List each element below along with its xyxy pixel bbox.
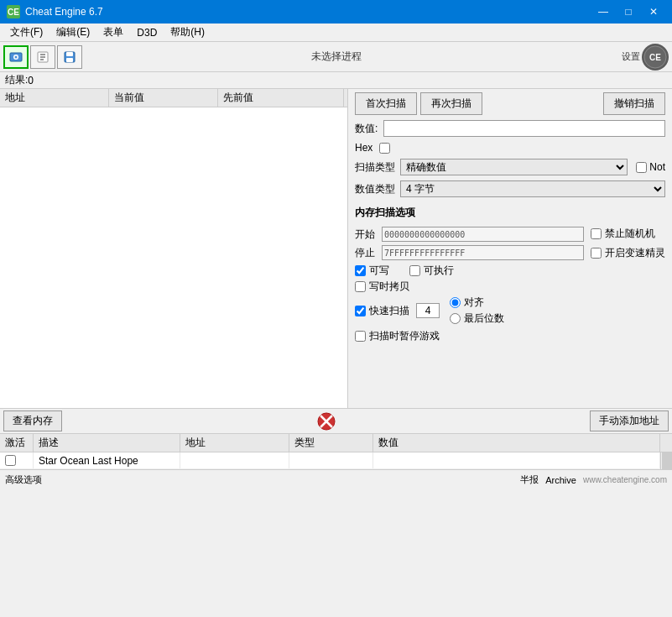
- not-area: Not: [636, 161, 665, 173]
- no-random-checkbox[interactable]: [591, 228, 602, 239]
- cancel-scan-button[interactable]: 撤销扫描: [603, 92, 665, 115]
- svg-point-2: [15, 55, 18, 58]
- pause-scan-checkbox[interactable]: [355, 331, 366, 342]
- app-icon: CE: [7, 5, 20, 18]
- hex-checkbox[interactable]: [379, 143, 390, 154]
- value-type-row: 数值类型 4 字节: [355, 180, 665, 197]
- cheat-col-type: 类型: [289, 434, 373, 452]
- cheat-list-scrollbar[interactable]: [660, 452, 672, 469]
- scan-type-row: 扫描类型 精确数值 Not: [355, 159, 665, 175]
- scan-results-body: [0, 107, 347, 408]
- toolbar: 未选择进程 设置 CE: [0, 42, 672, 72]
- save-button[interactable]: [57, 45, 82, 69]
- cheat-cell-address: [180, 452, 289, 468]
- cheat-list-body: Star Ocean Last Hope: [0, 452, 660, 469]
- scan-buttons-row: 首次扫描 再次扫描 撤销扫描: [355, 92, 665, 115]
- pause-scan-label: 扫描时暂停游戏: [369, 329, 440, 343]
- menu-edit[interactable]: 编辑(E): [49, 24, 96, 41]
- speedhack-checkbox[interactable]: [591, 248, 602, 259]
- hex-label: Hex: [355, 142, 372, 154]
- svg-rect-8: [66, 52, 73, 56]
- left-panel: 地址 当前值 先前值: [0, 89, 348, 408]
- cheat-cell-desc: Star Ocean Last Hope: [34, 452, 180, 468]
- no-random-row: 禁止随机机: [591, 227, 665, 241]
- results-bar: 结果: 0: [0, 72, 672, 89]
- cheat-row: Star Ocean Last Hope: [0, 452, 660, 469]
- maximize-button[interactable]: □: [617, 3, 640, 21]
- cheat-col-active: 激活: [0, 434, 34, 452]
- status-advanced[interactable]: 高级选项: [5, 473, 513, 486]
- fast-scan-checkbox[interactable]: [355, 306, 366, 316]
- value-type-select[interactable]: 4 字节: [400, 180, 665, 197]
- memory-section-header: 内存扫描选项: [355, 206, 665, 220]
- cheat-col-desc: 描述: [34, 434, 180, 452]
- svg-rect-9: [66, 58, 73, 62]
- scan-results-header: 地址 当前值 先前值: [0, 89, 347, 107]
- lastdigit-radio[interactable]: [450, 313, 461, 324]
- copyonwrite-checkbox[interactable]: [355, 281, 366, 292]
- manual-add-button[interactable]: 手动添加地址: [590, 410, 669, 431]
- first-scan-button[interactable]: 首次扫描: [355, 92, 417, 115]
- memory-options-right: 禁止随机机 开启变速精灵: [591, 227, 665, 343]
- process-title: 未选择进程: [311, 50, 362, 64]
- scan-type-select[interactable]: 精确数值: [400, 159, 628, 175]
- cheat-cell-active: [0, 452, 34, 468]
- status-middle1: 半报: [520, 473, 539, 486]
- executable-label: 可执行: [424, 264, 454, 278]
- menu-table[interactable]: 表单: [96, 24, 130, 41]
- status-bar: 高级选项 半报 Archive www.cheatengine.com: [0, 469, 672, 489]
- cheat-list-body-wrapper: Star Ocean Last Hope: [0, 452, 672, 469]
- start-label: 开始: [355, 227, 378, 242]
- fast-scan-input[interactable]: [416, 303, 440, 318]
- pause-scan-row: 扫描时暂停游戏: [355, 329, 584, 343]
- main-area: 地址 当前值 先前值 首次扫描 再次扫描 撤销扫描 数值: Hex 扫描类型: [0, 89, 672, 408]
- stop-label: 停止: [355, 246, 378, 260]
- fast-scan-label: 快速扫描: [369, 304, 409, 318]
- start-input[interactable]: [382, 227, 584, 242]
- align-label: 对齐: [464, 295, 484, 310]
- app-title: Cheat Engine 6.7: [25, 6, 103, 18]
- col-header-current: 当前值: [109, 89, 218, 107]
- not-label: Not: [649, 161, 665, 173]
- executable-checkbox[interactable]: [409, 265, 420, 276]
- title-bar: CE Cheat Engine 6.7 — □ ✕: [0, 0, 672, 24]
- cheat-col-value: 数值: [373, 434, 660, 452]
- copyonwrite-label: 写时拷贝: [369, 280, 409, 294]
- speedhack-label: 开启变速精灵: [605, 246, 665, 260]
- svg-text:CE: CE: [649, 53, 661, 62]
- window-controls: — □ ✕: [591, 3, 665, 21]
- hex-row: Hex: [355, 142, 665, 154]
- speedhack-row: 开启变速精灵: [591, 246, 665, 260]
- col-header-address: 地址: [0, 89, 109, 107]
- value-label: 数值:: [355, 122, 380, 136]
- writable-label: 可写: [369, 264, 389, 278]
- close-button[interactable]: ✕: [642, 3, 665, 21]
- menu-file[interactable]: 文件(F): [3, 24, 49, 41]
- writable-checkbox[interactable]: [355, 265, 366, 276]
- align-radio[interactable]: [450, 297, 461, 308]
- lastdigit-label: 最后位数: [464, 311, 504, 326]
- view-memory-button[interactable]: 查看内存: [3, 410, 62, 431]
- open-process-button[interactable]: [3, 45, 29, 69]
- scan-type-label: 扫描类型: [355, 160, 397, 175]
- stop-row: 停止: [355, 245, 584, 260]
- stop-input[interactable]: [382, 245, 584, 260]
- cheat-active-checkbox[interactable]: [5, 455, 16, 466]
- align-radio-row: 对齐: [450, 295, 504, 310]
- menu-d3d[interactable]: D3D: [130, 24, 164, 41]
- memory-options-left: 开始 停止 可写 可执行 写时拷贝: [355, 227, 584, 343]
- delete-icon[interactable]: [316, 411, 336, 431]
- cheat-cell-type: [289, 452, 373, 468]
- center-area: [65, 411, 586, 431]
- minimize-button[interactable]: —: [591, 3, 615, 21]
- next-scan-button[interactable]: 再次扫描: [420, 92, 482, 115]
- cheat-cell-value: [373, 452, 660, 468]
- cheat-col-addr: 地址: [180, 434, 289, 452]
- value-input[interactable]: [383, 120, 665, 137]
- right-panel: 首次扫描 再次扫描 撤销扫描 数值: Hex 扫描类型 精确数值 Not: [348, 89, 672, 408]
- new-table-button[interactable]: [30, 45, 55, 69]
- col-header-prev: 先前值: [218, 89, 344, 107]
- writable-row: 可写 可执行: [355, 264, 584, 278]
- not-checkbox[interactable]: [636, 162, 647, 173]
- menu-help[interactable]: 帮助(H): [164, 24, 211, 41]
